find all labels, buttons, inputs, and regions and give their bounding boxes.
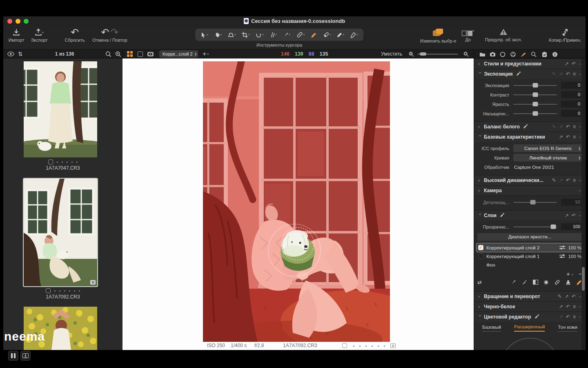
luma-range-button[interactable]: Диапазон яркости... [477,233,582,241]
reset-tool-icon[interactable]: ↶ [566,304,570,309]
crop-tool[interactable]: ▾ [242,32,250,38]
pipette-icon[interactable] [500,213,505,219]
pen-tool[interactable]: ▾ [350,32,358,38]
import-button[interactable]: Импорт [7,29,26,43]
copy-adjustments-icon[interactable]: ↗ [559,314,563,319]
edit-icon[interactable]: ✎ [552,124,556,129]
preset-menu-icon[interactable]: ≡ [573,178,576,183]
section-white-balance[interactable]: › Баланс белого ✎↗↶≡··· [474,121,586,132]
thumbnail-2-selected[interactable]: ≣ [24,179,97,286]
section-camera[interactable]: › Камера ··· [474,185,586,195]
copy-adjustments-icon[interactable]: ↗ [559,178,563,183]
thumbnail-1-rating[interactable] [3,159,122,164]
tab-library[interactable] [478,50,487,58]
erase-mask-tool[interactable]: ▾ [323,32,331,38]
reset-tool-icon[interactable]: ↶ [566,135,570,139]
tab-skin-tone[interactable]: Тон кожи [558,325,577,332]
curve-dropdown[interactable]: Линейный отклик▴▾ [513,154,582,162]
layer-select-dropdown[interactable]: Корре...слой 2▴▾ [159,49,198,58]
layer-row-1[interactable]: Корректирующий слой 1 100 % [477,252,583,260]
preset-menu-icon[interactable]: ≡ [573,135,576,139]
edit-selected-button[interactable]: Изменить выбр-е [416,29,461,43]
copy-adjustments-icon[interactable]: ↗ [559,135,563,139]
slider-track[interactable] [513,202,557,203]
preset-menu-icon[interactable]: ≡ [573,304,576,309]
add-layer-button[interactable]: + [566,270,570,277]
zoom-slider[interactable] [417,49,458,58]
pan-tool[interactable]: ▾ [214,32,222,38]
color-wheel[interactable] [500,338,560,350]
swap-mask-icon[interactable]: ⇄ [477,279,482,285]
thumbnail-checkbox[interactable] [48,159,53,164]
tab-details[interactable] [529,50,538,58]
section-rotation-flip[interactable]: › Вращение и переворот ✎↗↶··· [474,291,586,301]
tab-lens[interactable] [498,50,507,58]
section-color-editor[interactable]: › Цветовой редактор ↗↶≡··· [474,312,586,322]
slider-track[interactable] [513,94,557,95]
pipette-icon[interactable] [523,124,528,130]
slider-thumb[interactable] [530,200,536,204]
brush-tool-button[interactable] [510,279,516,285]
filter-eye-button[interactable] [7,49,14,58]
icc-profile-dropdown[interactable]: Canon EOS R Generic▴▾ [513,144,582,152]
zoom-slider-thumb[interactable] [420,52,426,56]
slider-track[interactable] [513,113,557,114]
select-tool[interactable]: ▾ [200,32,208,38]
slider-track[interactable] [513,104,557,105]
sort-button[interactable]: ⇅ [18,49,23,58]
heal-clone-tool-button[interactable] [554,279,560,285]
slider-thumb[interactable] [551,224,556,229]
slider-track[interactable] [513,85,557,86]
section-layers[interactable]: › Слои ↗↶··· [474,210,586,220]
zoom-slider-track[interactable] [417,54,458,55]
rotate-tool[interactable]: ▾ [256,32,264,38]
keystone-tool[interactable]: ▾ [228,32,236,38]
draw-mask-tool[interactable] [311,32,317,38]
before-after-button[interactable]: ▾ До [460,29,476,42]
slider-thumb[interactable] [532,92,538,97]
preset-menu-icon[interactable]: ≡ [573,314,576,319]
add-layer-button[interactable]: +▾ [203,49,209,58]
reset-tool-icon[interactable]: ↶ [572,213,576,218]
layer-checkbox[interactable] [478,254,483,259]
grid-view-button[interactable] [127,49,133,58]
reset-button[interactable]: ↶ Сбросить [60,28,89,43]
reset-tool-icon[interactable]: ↶ [566,314,570,319]
slider-value[interactable]: 0 [561,101,582,108]
section-black-white[interactable]: › Черно-белое ↗↶≡··· [474,301,586,312]
main-image[interactable] [203,61,390,342]
copy-adjustments-icon[interactable]: ↗ [559,304,563,309]
copy-apply-button[interactable]: Копир./Примен. [546,29,584,43]
slider-thumb[interactable] [532,102,538,106]
linear-gradient-tool-button[interactable] [533,280,538,285]
tab-adjustments[interactable] [519,50,528,58]
copy-adjustments-icon[interactable]: ↗ [565,61,569,66]
thumbnail-2-rating[interactable] [3,288,122,293]
zoom-in-button[interactable] [463,49,469,58]
radial-gradient-tool-button[interactable] [543,280,549,285]
copy-adjustments-icon[interactable]: ↗ [559,72,563,76]
thumbnail-checkbox[interactable] [46,288,51,293]
copy-adjustments-icon[interactable]: ↗ [565,213,569,218]
tab-capture[interactable] [488,50,497,58]
pipette-icon[interactable] [516,71,521,77]
layer-row-2[interactable]: ✓ Корректирующий слой 2 100 % [477,243,583,252]
section-base-characteristics[interactable]: › Базовые характеристики ↗↶≡··· [474,132,586,142]
layer-checkbox-checked[interactable]: ✓ [478,245,483,250]
thumbnail-3[interactable] [24,307,97,350]
select-checkbox[interactable] [342,343,347,348]
copy-adjustments-icon[interactable]: ↗ [565,294,569,299]
reset-tool-icon[interactable]: ↶ [566,72,570,76]
fill-mask-tool[interactable]: ▾ [337,32,345,38]
search-button[interactable] [105,49,111,58]
picture-in-picture-button[interactable] [20,351,31,361]
pause-button[interactable] [8,351,18,361]
section-high-dynamic-range[interactable]: › Высокий динамически... ✎↗↶≡··· [474,175,586,185]
reset-tool-icon[interactable]: ↶ [566,124,570,129]
slider-track[interactable] [513,227,557,227]
slider-thumb[interactable] [532,111,538,116]
edit-icon[interactable]: ✎ [552,72,556,76]
opacity-value[interactable]: 100 [561,223,582,230]
edit-icon[interactable]: ✎ [558,294,562,299]
preset-menu-icon[interactable]: ≡ [573,124,576,129]
